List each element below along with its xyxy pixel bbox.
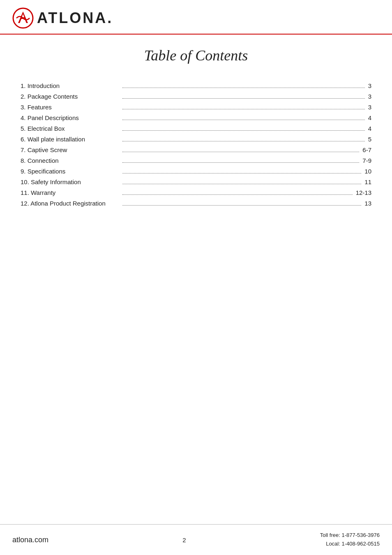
toll-free-label: Toll free: — [320, 532, 342, 538]
footer-local: Local: 1-408-962-0515 — [320, 540, 380, 548]
toll-free-number: 1-877-536-3976 — [341, 532, 380, 538]
toc-page: 11 — [364, 178, 371, 185]
toc-dots — [122, 205, 361, 206]
toc-label: 12. Atlona Product Registration — [21, 200, 119, 207]
toc-dots — [122, 152, 359, 152]
footer-page-number: 2 — [182, 536, 186, 543]
footer: atlona.com 2 Toll free: 1-877-536-3976 L… — [0, 524, 392, 555]
toc-page: 3 — [368, 104, 371, 111]
logo-container: ATLONA. — [12, 7, 113, 29]
toc-label: 2. Package Contents — [21, 93, 119, 100]
toc-label: 9. Specifications — [21, 168, 119, 175]
toc-row: 11. Warranty12-13 — [21, 187, 371, 198]
toc-row: 10. Safety Information11 — [21, 177, 371, 187]
toc-dots — [122, 98, 365, 99]
toc-row: 3. Features3 — [21, 102, 371, 113]
toc-label: 10. Safety Information — [21, 178, 119, 185]
toc-row: 4. Panel Descriptions4 — [21, 113, 371, 123]
local-label: Local: — [326, 541, 341, 547]
toc-page: 4 — [368, 125, 371, 132]
toc-page: 6-7 — [362, 146, 371, 153]
toc-dots — [122, 130, 365, 131]
toc-row: 1. Introduction3 — [21, 81, 371, 91]
toc-dots — [122, 141, 365, 141]
toc-row: 2. Package Contents3 — [21, 91, 371, 102]
toc-dots — [122, 88, 365, 88]
footer-website: atlona.com — [12, 536, 48, 544]
toc-page: 3 — [368, 82, 371, 89]
toc-label: 8. Connection — [21, 157, 119, 164]
toc-row: 5. Electrical Box4 — [21, 123, 371, 134]
toc-label: 11. Warranty — [21, 189, 119, 196]
toc-row: 12. Atlona Product Registration13 — [21, 198, 371, 209]
toc-label: 1. Introduction — [21, 82, 119, 89]
header: ATLONA. — [0, 0, 392, 35]
toc-page: 12-13 — [356, 189, 371, 196]
logo-text: ATLONA. — [37, 9, 113, 27]
toc-page: 5 — [368, 136, 371, 143]
footer-toll-free: Toll free: 1-877-536-3976 — [320, 531, 380, 540]
toc-dots — [122, 173, 361, 173]
page-title: Table of Contents — [21, 47, 371, 64]
toc-label: 7. Captive Screw — [21, 146, 119, 153]
toc-label: 4. Panel Descriptions — [21, 114, 119, 121]
toc-row: 8. Connection7-9 — [21, 155, 371, 166]
toc-row: 7. Captive Screw6-7 — [21, 145, 371, 155]
toc-dots — [122, 109, 365, 109]
toc-page: 4 — [368, 114, 371, 121]
toc-dots — [122, 194, 353, 195]
main-content: Table of Contents 1. Introduction32. Pac… — [0, 35, 392, 524]
toc-row: 6. Wall plate installation5 — [21, 134, 371, 145]
toc-dots — [122, 184, 361, 184]
toc-page: 3 — [368, 93, 371, 100]
toc-page: 7-9 — [362, 157, 371, 164]
toc-container: 1. Introduction32. Package Contents33. F… — [21, 81, 371, 209]
toc-dots — [122, 120, 365, 120]
toc-label: 6. Wall plate installation — [21, 136, 119, 143]
toc-dots — [122, 162, 359, 163]
toc-label: 5. Electrical Box — [21, 125, 119, 132]
toc-page: 10 — [364, 168, 371, 175]
atlona-logo-icon — [12, 7, 34, 29]
toc-row: 9. Specifications10 — [21, 166, 371, 177]
footer-contact: Toll free: 1-877-536-3976 Local: 1-408-9… — [320, 531, 380, 548]
local-number: 1-408-962-0515 — [341, 541, 380, 547]
toc-label: 3. Features — [21, 104, 119, 111]
toc-page: 13 — [364, 200, 371, 207]
